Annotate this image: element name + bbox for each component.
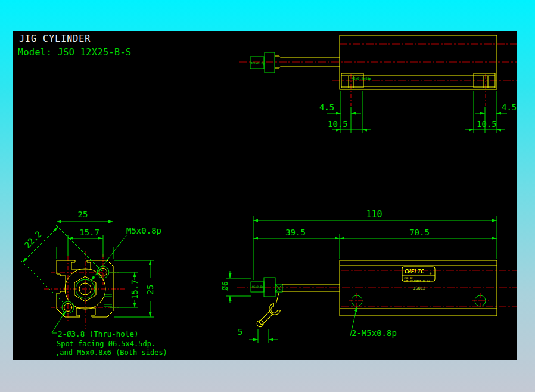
brand-mark: ®: [430, 272, 432, 275]
dim-text: 39.5: [285, 228, 306, 237]
rod-nut: [264, 278, 275, 297]
drawing-canvas: JIG CYLINDER Model: JSO 12X25-B-S M5x0.8…: [13, 31, 517, 360]
page-title: JIG CYLINDER: [19, 33, 91, 44]
note-thru-hole: 2-Ø3.8 (Thru-hole): [58, 329, 138, 338]
dim-text: 25: [145, 285, 155, 295]
dim-text: 5: [238, 327, 242, 337]
model-label: Model: JSO 12X25-B-S: [18, 47, 132, 58]
ext-line: [21, 260, 68, 307]
side-view: CHELIC ® JSO 12 AIR CYLINDER 40 kg JSO12…: [220, 209, 517, 343]
wrench-icon: [254, 303, 281, 330]
dim-text: 25: [78, 210, 88, 219]
thread-label: M5x0.8p: [126, 226, 161, 235]
rod-nut: [265, 52, 275, 73]
body-stamp: JSO12: [413, 286, 425, 291]
dim-text: 4.5: [502, 102, 517, 112]
dim-text: 22.2: [23, 229, 43, 250]
nameplate: CHELIC ® JSO 12 AIR CYLINDER 40 kg: [402, 267, 435, 282]
mount-holes-label: 2-M5x0.8p: [352, 328, 397, 338]
note-spot-facing: Spot facing Ø6.5x4.5dp.: [57, 340, 155, 348]
rod-thread-label: M5x0.8p: [251, 61, 265, 66]
wrench-leader: [276, 293, 279, 304]
dim-text: Ø6: [220, 281, 229, 291]
dim-text: 15.7: [79, 228, 99, 237]
dim-text: 70.5: [409, 228, 430, 237]
title-block: JIG CYLINDER Model: JSO 12X25-B-S: [18, 33, 132, 58]
dim-text: 110: [366, 209, 382, 220]
brand-logo: CHELIC: [405, 269, 424, 275]
jig-cylinder-drawing: JIG CYLINDER Model: JSO 12X25-B-S M5x0.8…: [13, 31, 517, 360]
dim-text: 10.5: [328, 119, 348, 129]
hole-crosshairs: [349, 293, 489, 309]
port-label: M5x0.8x6dp: [352, 77, 371, 81]
dim-text: 15.7: [130, 279, 139, 300]
cad-window-frame: JIG CYLINDER Model: JSO 12X25-B-S M5x0.8…: [0, 0, 535, 392]
dim-text: 4.5: [319, 102, 334, 112]
top-view: M5x0.8p M5x0.8x6dp: [239, 35, 517, 133]
note-both-sides: ,and M5x0.8x6 (Both sides): [55, 349, 167, 357]
thread-marks: [104, 294, 112, 307]
nameplate-line2: AIR CYLINDER 40 kg: [404, 279, 430, 282]
rod-thread-label: M5x0.8p: [252, 285, 264, 288]
front-view: 25 15.7 22.2 M5x0.8p 15.7: [21, 210, 167, 357]
dim-text: 10.5: [477, 119, 497, 129]
